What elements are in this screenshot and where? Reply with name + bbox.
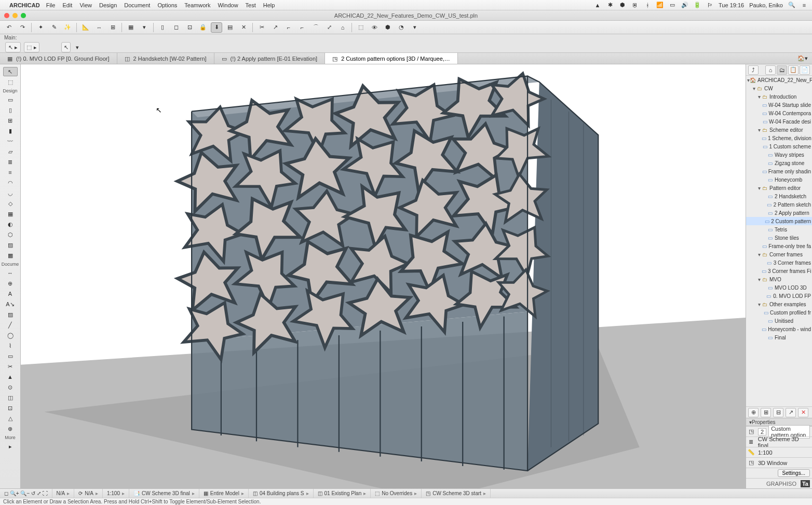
tree-toggle[interactable]: ▾ (751, 86, 756, 91)
railing-tool[interactable]: ≡ (3, 168, 18, 177)
magicwand-icon[interactable]: ✨ (62, 22, 73, 33)
door-tool[interactable]: ▯ (3, 105, 18, 115)
undo-icon[interactable]: ↶ (3, 22, 15, 33)
tree-folder-row[interactable]: ▾🗀CW (746, 84, 812, 92)
nav-action-3[interactable]: ⊟ (773, 408, 783, 417)
tree-view-row[interactable]: ▭Stone tiles (746, 234, 812, 242)
qb-item-1[interactable]: Entire Model (210, 490, 239, 496)
menubar-clock[interactable]: Tue 19:16 (719, 2, 744, 8)
menu-design[interactable]: Design (99, 2, 117, 8)
tree-view-row[interactable]: ▭3 Corner frames Fi (746, 267, 812, 275)
qb-zoom-controls[interactable]: ◻ 🔍+ 🔍− ↺ ⤢ ⛶ (0, 489, 52, 498)
resize-icon[interactable]: ⤢ (323, 22, 335, 33)
gravity-icon[interactable]: ⬇ (211, 22, 222, 33)
tree-view-row[interactable]: ▭2 Apply pattern (746, 209, 812, 217)
intersect-icon[interactable]: ⌐ (296, 22, 308, 33)
tree-view-row[interactable]: ▭Custom profiled fr (746, 308, 812, 317)
tree-view-row[interactable]: ▭0. MVO LOD FP (746, 292, 812, 300)
slab-tool[interactable]: ▱ (3, 147, 18, 156)
worksheet-tool[interactable]: ◫ (3, 393, 18, 402)
arrow-mode-button[interactable]: ↖ ▸ (5, 42, 21, 52)
qb-item-2[interactable]: 04 Building plans S (260, 490, 304, 496)
menu-options[interactable]: Options (157, 2, 177, 8)
menu-help[interactable]: Help (263, 2, 275, 8)
drawing-tool[interactable]: ▭ (3, 351, 18, 361)
stair-tool[interactable]: ≣ (3, 157, 18, 167)
qb-item-5[interactable]: CW Scheme 3D start (432, 490, 481, 496)
skylight-tool[interactable]: ◇ (3, 199, 18, 208)
arrow-tool[interactable]: ↖ (3, 67, 18, 76)
nav-action-4[interactable]: ↗ (786, 408, 796, 417)
settings-button[interactable]: Settings... (778, 469, 810, 477)
more-expand[interactable]: ▸ (3, 442, 18, 451)
wall-tool[interactable]: ▭ (3, 95, 18, 104)
nav-action-1[interactable]: ⊕ (748, 408, 759, 417)
flag-icon[interactable]: 🏳 (706, 2, 713, 9)
bluetooth-icon[interactable]: ᚼ (644, 2, 651, 9)
nav-action-2[interactable]: ⊞ (761, 408, 771, 417)
tree-folder-row[interactable]: ▾🗀MVO (746, 275, 812, 283)
edit-sel-icon[interactable]: ⬚ (355, 22, 367, 33)
tree-view-row[interactable]: ▭3 Corner frames (746, 258, 812, 267)
tree-toggle[interactable]: ▾ (756, 94, 762, 100)
elevation-tool[interactable]: ▲ (3, 372, 18, 381)
object-tool[interactable]: ⬡ (3, 230, 18, 239)
app-name[interactable]: ARCHICAD (9, 2, 40, 8)
arrow-tool-dropdown[interactable]: ▾ (74, 42, 81, 52)
close-button[interactable] (4, 13, 9, 18)
grid-icon[interactable]: ▦ (125, 22, 137, 33)
grid-tool[interactable]: ⊕ (3, 424, 18, 433)
tree-view-row[interactable]: ▭2 Custom pattern (746, 217, 812, 225)
pick-icon[interactable]: ✦ (35, 22, 46, 33)
line-tool[interactable]: ╱ (3, 320, 18, 330)
arrow-tool-button[interactable]: ↖ (61, 42, 71, 52)
show-sel-icon[interactable]: 👁 (369, 22, 380, 33)
spotlight-icon[interactable]: 🔍 (788, 2, 795, 9)
tree-folder-row[interactable]: ▾🗀Pattern editor (746, 184, 812, 192)
status-icon-3[interactable]: ⬢ (619, 2, 626, 9)
column-tool[interactable]: ▮ (3, 126, 18, 135)
nav-publisher[interactable]: 📄 (800, 65, 810, 75)
split-icon[interactable]: ⌐ (283, 22, 294, 33)
ruler-icon[interactable]: 📐 (80, 22, 91, 33)
qb-item-3[interactable]: 01 Existing Plan (324, 490, 362, 496)
group-icon[interactable]: ⊡ (184, 22, 195, 33)
tree-folder-row[interactable]: ▾🗀Other examples (746, 300, 812, 308)
fillet-icon[interactable]: ⌒ (310, 22, 321, 33)
navigator-tree[interactable]: ▾ 🏠 ARCHICAD_22_New_Featu ▾🗀CW▾🗀Introduc… (746, 76, 812, 406)
tree-toggle[interactable]: ▾ (756, 302, 762, 307)
roof-tool[interactable]: ◠ (3, 178, 18, 187)
menu-test[interactable]: Test (246, 2, 256, 8)
redo-icon[interactable]: ↷ (17, 22, 28, 33)
nav-delete[interactable]: ✕ (798, 408, 808, 417)
volume-icon[interactable]: 🔊 (681, 2, 688, 9)
nav-view-map[interactable]: 🗂 (777, 65, 787, 75)
tree-view-row[interactable]: ▭Honeycomb - wind (746, 325, 812, 333)
zone-tool[interactable]: ▨ (3, 240, 18, 250)
tree-folder-row[interactable]: ▾🗀Corner frames (746, 250, 812, 258)
nav-layout-book[interactable]: 📋 (788, 65, 799, 75)
wifi-icon[interactable]: 📶 (656, 2, 664, 9)
guide-icon[interactable]: ↔ (93, 22, 105, 33)
tab-elevation[interactable]: ▭ (!) 2 Apply pattern [E-01 Elevation] (214, 53, 326, 64)
tree-view-row[interactable]: ▭1 Scheme, division (746, 134, 812, 142)
status-icon-1[interactable]: ▲ (594, 2, 601, 9)
tree-folder-row[interactable]: ▾🗀Scheme editor (746, 126, 812, 134)
minimize-button[interactable] (12, 13, 18, 18)
snap-icon[interactable]: ⊞ (107, 22, 118, 33)
tree-view-row[interactable]: ▭1 Custom scheme (746, 142, 812, 151)
tree-folder-row[interactable]: ▾🗀Introduction (746, 92, 812, 101)
qb-scale[interactable]: 1:100 (107, 490, 120, 496)
tree-toggle[interactable]: ▾ (756, 127, 762, 133)
eyedropper-icon[interactable]: ✎ (48, 22, 60, 33)
tree-view-row[interactable]: ▭Final (746, 333, 812, 342)
menu-teamwork[interactable]: Teamwork (184, 2, 210, 8)
tree-view-row[interactable]: ▭Unitised (746, 317, 812, 325)
3d-viewport[interactable]: ↖ (21, 64, 746, 488)
interior-tool[interactable]: ⊙ (3, 383, 18, 392)
tree-view-row[interactable]: ▭Honeycomb (746, 175, 812, 184)
dropdown-icon[interactable]: ▾ (409, 22, 421, 33)
window-tool[interactable]: ⊞ (3, 116, 18, 125)
tree-view-row[interactable]: ▭Zigzag stone (746, 159, 812, 167)
menu-document[interactable]: Document (124, 2, 150, 8)
